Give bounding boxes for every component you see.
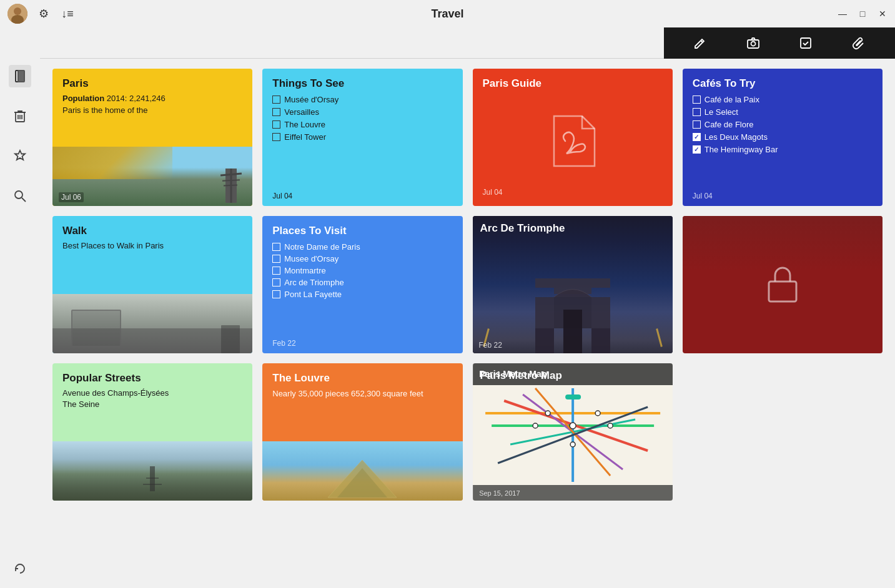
svg-line-13 — [22, 198, 26, 202]
card-guide-title: Paris Guide — [483, 77, 541, 90]
places-checklist: Notre Dame de Paris Musee d'Orsay Montma… — [272, 242, 452, 299]
svg-point-41 — [533, 423, 538, 428]
card-streets-line1: Avenue des Champs-Élysées — [62, 388, 242, 398]
maximize-button[interactable]: □ — [858, 9, 868, 19]
card-cafes-title: Cafés To Try — [693, 77, 873, 90]
cards-grid: Paris Population 2014: 2,241,246 Paris i… — [52, 69, 883, 501]
minimize-button[interactable]: — — [838, 9, 848, 19]
svg-rect-14 — [535, 328, 554, 353]
sort-icon[interactable]: ↓≡ — [60, 6, 75, 21]
card-louvre-title: The Louvre — [272, 372, 452, 385]
card-paris-body: Paris is the home of the — [62, 105, 242, 115]
card-the-louvre[interactable]: The Louvre Nearly 35,000 pieces 652,300 … — [262, 363, 462, 501]
sidebar-item-trash[interactable] — [9, 105, 31, 127]
card-louvre-body: Nearly 35,000 pieces 652,300 square feet — [272, 388, 452, 399]
card-streets-title: Popular Streets — [62, 372, 242, 385]
svg-point-12 — [15, 191, 22, 198]
svg-point-4 — [751, 42, 755, 46]
sidebar-item-favorites[interactable] — [9, 145, 31, 167]
card-locked[interactable] — [683, 216, 883, 353]
card-things-title: Things To See — [272, 77, 452, 90]
card-popular-streets[interactable]: Popular Streets Avenue des Champs-Élysée… — [52, 363, 252, 501]
things-date: Jul 04 — [262, 185, 462, 206]
sidebar-item-notes[interactable] — [9, 65, 31, 87]
card-walk-image — [52, 294, 252, 353]
svg-rect-15 — [591, 328, 610, 353]
checkbox-button[interactable] — [794, 32, 817, 54]
main-content: Paris Population 2014: 2,241,246 Paris i… — [40, 59, 895, 588]
card-paris-guide[interactable]: Paris Guide Jul 04 — [473, 69, 673, 206]
sidebar — [0, 27, 40, 588]
attachment-button[interactable] — [848, 32, 870, 54]
svg-point-37 — [570, 423, 576, 429]
svg-rect-7 — [18, 71, 24, 82]
things-checklist: Musée d'Orsay Versailles The Louvre Eiff… — [272, 95, 452, 142]
card-streets-image — [52, 441, 252, 501]
titlebar: ⚙ ↓≡ Travel — □ ✕ — [0, 0, 895, 27]
svg-rect-5 — [801, 38, 811, 48]
sidebar-item-search[interactable] — [9, 185, 31, 207]
card-walk[interactable]: Walk Best Places to Walk in Paris — [52, 216, 252, 353]
lock-icon — [764, 262, 801, 308]
page-title: Travel — [431, 7, 463, 21]
close-button[interactable]: ✕ — [878, 9, 888, 19]
svg-rect-16 — [535, 297, 554, 328]
svg-point-42 — [608, 423, 613, 428]
toolbar — [664, 27, 895, 59]
card-cafes-to-try[interactable]: Cafés To Try Café de la Paix Le Select C… — [683, 69, 883, 206]
refresh-button[interactable] — [0, 562, 40, 576]
arc-date: Feb 22 — [479, 341, 502, 350]
avatar[interactable] — [7, 4, 27, 24]
card-paris-date: Jul 06 — [59, 192, 84, 202]
metro-map: Paris Metro Map — [473, 363, 673, 501]
svg-text:Sep 15, 2017: Sep 15, 2017 — [479, 489, 520, 497]
svg-point-38 — [545, 411, 550, 416]
card-paris-title: Paris — [62, 77, 242, 90]
places-date: Feb 22 — [262, 332, 462, 353]
titlebar-left: ⚙ ↓≡ — [7, 4, 75, 24]
cafes-date: Jul 04 — [683, 185, 883, 206]
card-paris-population: Population 2014: 2,241,246 — [62, 94, 242, 103]
edit-button[interactable] — [689, 32, 711, 54]
card-metro-title: Paris Metro Map — [480, 370, 562, 382]
card-places-to-visit[interactable]: Places To Visit Notre Dame de Paris Muse… — [262, 216, 462, 353]
window-controls: — □ ✕ — [838, 9, 888, 19]
svg-point-40 — [570, 442, 575, 447]
card-walk-title: Walk — [62, 225, 242, 237]
card-streets-line2: The Seine — [62, 399, 242, 409]
card-walk-body: Best Places to Walk in Paris — [62, 241, 242, 250]
card-louvre-image — [262, 441, 462, 501]
card-arc-title: Arc De Triomphe — [480, 222, 565, 235]
camera-button[interactable] — [742, 32, 764, 54]
svg-point-1 — [14, 7, 21, 15]
card-things-to-see[interactable]: Things To See Musée d'Orsay Versailles T… — [262, 69, 462, 206]
svg-rect-22 — [563, 310, 582, 353]
card-paris-image: Jul 06 — [52, 147, 252, 206]
card-places-title: Places To Visit — [272, 225, 452, 237]
svg-rect-19 — [535, 278, 554, 288]
svg-point-39 — [595, 411, 600, 416]
arc-image — [473, 216, 673, 353]
svg-rect-20 — [591, 278, 610, 288]
pdf-icon — [548, 96, 598, 186]
card-paris-metro[interactable]: Paris Metro Map Paris Metro Map — [473, 363, 673, 501]
settings-icon[interactable]: ⚙ — [36, 6, 51, 21]
card-paris-bold: Population — [62, 94, 104, 103]
guide-date: Jul 04 — [483, 188, 503, 197]
cafes-checklist: Café de la Paix Le Select Cafe de Flore … — [693, 95, 873, 154]
card-arc-de-triomphe[interactable]: Arc De Triomphe — [473, 216, 673, 353]
nav-bar: ‹ — [0, 27, 664, 59]
card-paris[interactable]: Paris Population 2014: 2,241,246 Paris i… — [52, 69, 252, 206]
svg-rect-43 — [565, 394, 581, 399]
svg-rect-17 — [591, 297, 610, 328]
svg-rect-23 — [769, 282, 796, 301]
